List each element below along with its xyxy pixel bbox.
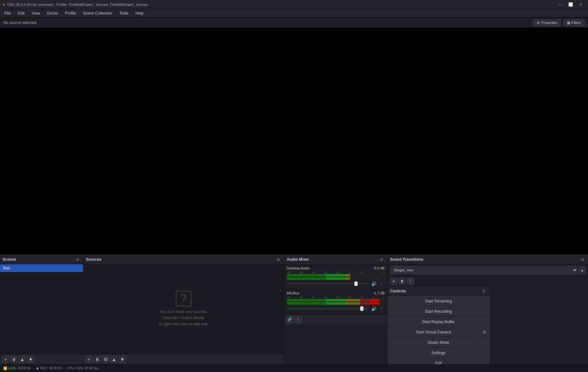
mic-aux-fader-row: 🔊 ⋮ <box>287 305 385 312</box>
source-settings-button[interactable]: ⚙ <box>102 356 109 363</box>
scene-transitions-panel: Scene Transitions ⧉ Stinger_Hex ▲ + 🗑 <box>388 255 588 286</box>
gear-icon: ⚙ <box>537 21 540 25</box>
settings-button[interactable]: Settings <box>388 348 489 358</box>
sources-panel-menu-button[interactable]: ⧉ <box>276 257 281 262</box>
menu-view[interactable]: View <box>28 10 43 16</box>
controls-panel-menu-button[interactable]: ⧉ <box>481 288 487 294</box>
desktop-audio-mute-button[interactable]: 🔊 <box>371 280 377 287</box>
minimize-button[interactable]: — <box>556 1 565 8</box>
preview-wrapper: No source selected ⚙ Properties ▦ Filter… <box>0 17 588 364</box>
statusbar: 📶 LIVE: 00:00:00 ⏺ REC: 00:00:00 CPU: 0.… <box>0 364 588 372</box>
menu-profile[interactable]: Profile <box>62 10 79 16</box>
desktop-audio-settings-button[interactable]: ⋮ <box>378 280 385 287</box>
audio-mixer-panel: Audio Mixer ⧉ Desktop Audio -9.3 dB -40 … <box>284 255 388 364</box>
sources-panel-footer: + 🗑 ⚙ ▲ ▼ <box>83 354 284 364</box>
scenes-panel-menu-button[interactable]: ⧉ <box>75 257 80 262</box>
gear-icon: ⚙ <box>482 330 487 335</box>
exit-button[interactable]: Exit <box>388 358 489 364</box>
desktop-audio-labels: -40 -35 -30 -25 -20 -15 -10 -5 0 <box>287 271 385 274</box>
scene-add-button[interactable]: + <box>2 356 9 363</box>
source-move-up-button[interactable]: ▲ <box>110 356 118 363</box>
virtual-camera-settings-button[interactable]: ⚙ <box>480 327 489 337</box>
mic-aux-header: Mic/Aux -1.7 dB <box>287 291 385 295</box>
audio-mixer-title: Audio Mixer <box>287 257 309 262</box>
menubar: File Edit View Docks Profile Scene Colle… <box>0 9 588 17</box>
scenes-panel-header: Scenes ⧉ <box>0 255 83 264</box>
top-section: No source selected ⚙ Properties ▦ Filter… <box>0 17 588 364</box>
desktop-audio-meter-bottom <box>287 277 385 280</box>
desktop-audio-db: -9.3 dB <box>373 266 384 270</box>
close-button[interactable]: ✕ <box>576 1 585 8</box>
sources-panel-header: Sources ⧉ <box>83 255 284 264</box>
studio-mode-button[interactable]: Studio Mode <box>388 337 489 348</box>
sources-empty-message: You don't have any sources. Click the + … <box>159 309 209 328</box>
mic-aux-fader[interactable] <box>287 308 369 309</box>
mic-aux-db: -1.7 dB <box>373 291 384 295</box>
mic-aux-meter-bottom <box>287 302 385 305</box>
rec-icon: ⏺ <box>36 367 39 370</box>
mic-aux-channel: Mic/Aux -1.7 dB -40 -35 -30 -25 -20 -15 … <box>284 289 387 314</box>
scene-delete-button[interactable]: 🗑 <box>10 356 17 363</box>
mic-aux-mute-button[interactable]: 🔊 <box>371 305 377 312</box>
transition-delete-button[interactable]: 🗑 <box>399 278 406 285</box>
source-move-down-button[interactable]: ▼ <box>119 356 126 363</box>
source-delete-button[interactable]: 🗑 <box>94 356 101 363</box>
cpu-label: CPU: 0.6%, 60.00 fps <box>67 367 98 370</box>
desktop-audio-fader-row: 🔊 ⋮ <box>287 280 385 287</box>
transition-arrow-up[interactable]: ▲ <box>579 266 585 274</box>
audio-panel-footer: 🔗 ⋮ <box>284 314 387 324</box>
desktop-audio-channel: Desktop Audio -9.3 dB -40 -35 -30 -25 -2… <box>284 264 387 289</box>
network-icon: 📶 <box>3 367 7 370</box>
scene-move-down-button[interactable]: ▼ <box>27 356 34 363</box>
bottom-section: Scenes ⧉ Test + 🗑 ▲ ▼ <box>0 254 588 364</box>
scenes-list: Test <box>0 264 83 354</box>
mic-aux-name: Mic/Aux <box>287 291 299 295</box>
app-window: ● OBS 28.0.3 (64-bit, windows) - Profile… <box>0 0 588 372</box>
audio-mixer-menu-button[interactable]: ⧉ <box>379 257 385 262</box>
controls-panel: Controls ⧉ Start Streaming Start Recordi… <box>388 286 489 364</box>
menu-scene-collection[interactable]: Scene Collection <box>80 10 115 16</box>
start-streaming-button[interactable]: Start Streaming <box>388 296 489 306</box>
preview-canvas[interactable] <box>0 28 588 254</box>
sources-list-empty[interactable]: ? You don't have any sources. Click the … <box>83 264 284 354</box>
sources-empty-icon: ? <box>176 291 191 306</box>
mic-aux-meter-top <box>287 299 385 301</box>
scene-move-up-button[interactable]: ▲ <box>19 356 26 363</box>
menu-docks[interactable]: Docks <box>44 10 61 16</box>
titlebar-controls: — ⬜ ✕ <box>556 1 585 8</box>
mic-aux-settings-button[interactable]: ⋮ <box>378 305 385 312</box>
titlebar-title: OBS 28.0.3 (64-bit, windows) - Profile: … <box>7 3 148 6</box>
desktop-audio-header: Desktop Audio -9.3 dB <box>287 266 385 270</box>
audio-advanced-button[interactable]: 🔗 <box>286 316 293 323</box>
maximize-button[interactable]: ⬜ <box>566 1 575 8</box>
transition-menu-button[interactable]: ⋮ <box>407 278 414 285</box>
rec-time: 00:00:00 <box>49 367 62 370</box>
filters-button[interactable]: ▦ Filters <box>563 19 585 26</box>
scene-transitions-title: Scene Transitions <box>390 257 424 262</box>
desktop-audio-name: Desktop Audio <box>287 266 310 270</box>
menu-file[interactable]: File <box>1 10 14 16</box>
controls-panel-header: Controls ⧉ <box>388 286 489 296</box>
menu-tools[interactable]: Tools <box>116 10 131 16</box>
scene-transitions-menu-button[interactable]: ⧉ <box>580 257 585 262</box>
status-rec: ⏺ REC: 00:00:00 <box>36 367 62 370</box>
start-virtual-camera-button[interactable]: Start Virtual Camera <box>388 327 480 337</box>
desktop-audio-fader[interactable] <box>287 283 369 284</box>
transition-add-button[interactable]: + <box>390 278 397 285</box>
desktop-audio-meter-top <box>287 274 385 277</box>
start-replay-buffer-button[interactable]: Start Replay Buffer <box>388 317 489 327</box>
scene-transitions-header: Scene Transitions ⧉ <box>388 255 588 264</box>
right-bottom-panels: Scene Transitions ⧉ Stinger_Hex ▲ + 🗑 <box>388 255 588 364</box>
properties-button[interactable]: ⚙ Properties <box>533 19 561 26</box>
transition-select[interactable]: Stinger_Hex <box>390 266 578 274</box>
titlebar-left: ● OBS 28.0.3 (64-bit, windows) - Profile… <box>3 2 148 7</box>
audio-menu-button[interactable]: ⋮ <box>295 316 302 323</box>
menu-edit[interactable]: Edit <box>15 10 28 16</box>
start-recording-button[interactable]: Start Recording <box>388 306 489 317</box>
scene-item-test[interactable]: Test <box>0 264 83 272</box>
menu-help[interactable]: Help <box>132 10 147 16</box>
filter-icon: ▦ <box>567 21 570 25</box>
status-live: 📶 LIVE: 00:00:00 <box>3 367 31 370</box>
source-add-button[interactable]: + <box>85 356 92 363</box>
scenes-panel: Scenes ⧉ Test + 🗑 ▲ ▼ <box>0 255 83 364</box>
